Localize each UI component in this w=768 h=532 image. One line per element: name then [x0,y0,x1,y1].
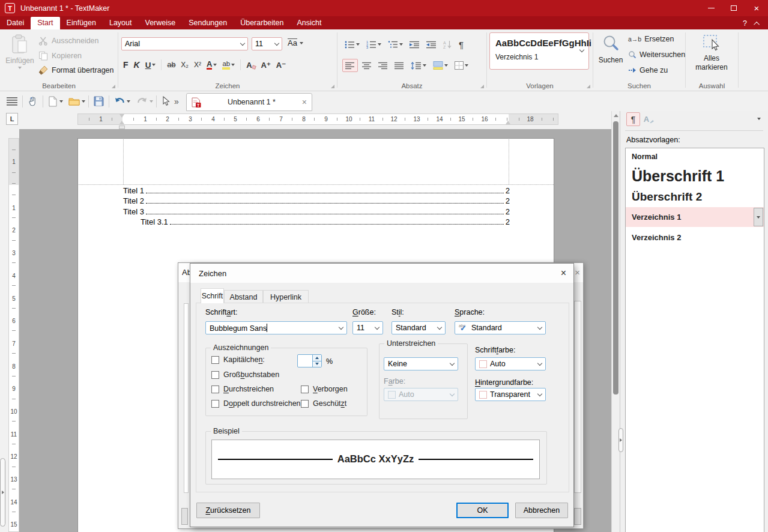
menu-tab-layout[interactable]: Layout [103,17,139,29]
groesse-combo[interactable]: 11 [352,321,383,334]
style-item-ueberschrift-1[interactable]: Überschrift 1 [626,165,764,189]
borders-button[interactable] [452,59,471,72]
bold-button[interactable]: F [121,58,131,71]
superscript-button[interactable]: X² [192,58,204,71]
dialog-zeichen[interactable]: Zeichen × Schrift Abstand Hyperlink Schr… [190,263,574,527]
clear-formatting-button[interactable]: A [244,58,258,71]
character-styles-tab[interactable]: A [642,112,656,126]
underline-button[interactable]: U [143,58,159,71]
align-center-button[interactable] [360,59,374,72]
minimize-button[interactable] [700,0,722,16]
paragraph-styles-tab[interactable]: ¶ [626,112,640,126]
document-tab[interactable]: T Unbenannt 1 * × [186,93,312,111]
increase-indent-button[interactable] [407,38,422,51]
style-item-verzeichnis-2[interactable]: Verzeichnis 2 [626,227,764,246]
kapitaelchen-percent-spinner[interactable] [297,354,322,367]
spin-up-icon[interactable] [313,355,321,361]
vertical-ruler[interactable]: 1 1 2 3 4 5 6 7 8 9 10 11 12 13 14 15 [8,138,19,532]
touch-mode-button[interactable] [26,96,40,106]
grow-font-button[interactable]: A⁺ [259,58,273,71]
save-button[interactable] [92,96,106,106]
close-button[interactable]: × [745,0,768,16]
cut-button[interactable]: Ausschneiden [38,36,99,46]
scrollbar-thumb[interactable] [613,121,618,394]
verborgen-checkbox[interactable]: Verborgen [301,385,348,393]
stil-combo[interactable]: Standard [392,321,446,334]
first-line-indent-marker[interactable] [119,114,124,118]
font-size-combo[interactable]: 11 [252,37,282,50]
hintergrundfarbe-combo[interactable]: Transparent [475,388,546,401]
font-name-combo[interactable]: Arial [121,37,248,50]
group-expander-icon[interactable] [480,85,484,88]
style-item-ueberschrift-2[interactable]: Überschrift 2 [626,189,764,207]
geschuetzt-checkbox[interactable]: Geschützt [301,399,346,408]
replace-button[interactable]: a→b Ersetzen [628,35,674,43]
strikethrough-button[interactable]: ab [165,58,178,71]
ok-button[interactable]: OK [456,503,509,518]
search-button[interactable]: Suchen [596,34,626,64]
table-of-contents[interactable]: Titel 1 2 Titel 2 2 Titel 3 2 Titel 3.1 … [123,184,510,226]
toc-row[interactable]: Titel 2 2 [123,195,510,206]
style-item-verzeichnis-1[interactable]: Verzeichnis 1 [626,207,764,227]
toc-row[interactable]: Titel 3.1 2 [123,216,510,227]
behind-dialog-close-icon[interactable]: × [575,267,580,277]
vertical-scrollbar[interactable] [611,111,620,532]
menu-tab-datei[interactable]: Datei [0,17,31,29]
open-button[interactable] [67,97,82,106]
maximize-button[interactable] [722,0,745,16]
scroll-up-icon[interactable] [614,114,618,117]
justify-button[interactable] [392,59,407,72]
help-button[interactable]: ? [743,19,747,28]
open-dropdown-icon[interactable] [82,100,85,103]
tab-abstand[interactable]: Abstand [224,290,263,303]
menu-tab-einfuegen[interactable]: Einfügen [60,17,103,29]
paste-button[interactable]: Einfügen [4,34,36,69]
tab-stop-selector[interactable]: L [6,113,18,125]
right-indent-marker[interactable] [506,121,510,124]
toc-row[interactable]: Titel 1 2 [123,184,510,195]
italic-button[interactable]: K [132,58,142,71]
grossbuchstaben-checkbox[interactable]: Großbuchstaben [211,370,279,379]
menu-tab-ueberarbeiten[interactable]: Überarbeiten [234,17,290,29]
menu-tab-ansicht[interactable]: Ansicht [290,17,328,29]
find-next-button[interactable]: Weitersuchen [628,50,685,59]
copy-button[interactable]: Kopieren [38,51,82,61]
select-all-button[interactable]: Alles markieren [691,34,733,72]
pilcrow-button[interactable]: ¶ [456,38,466,51]
menu-tab-verweise[interactable]: Verweise [138,17,182,29]
bullet-list-button[interactable] [342,38,362,51]
decrease-indent-button[interactable] [424,38,439,51]
left-panel-toggle[interactable] [0,458,5,527]
shading-button[interactable] [431,59,450,72]
durchstreichen-checkbox[interactable]: Durchstreichen [211,385,274,393]
group-expander-icon[interactable] [112,85,115,88]
subscript-button[interactable]: X₂ [178,58,191,71]
redo-button[interactable] [135,97,150,106]
format-painter-button[interactable]: Format übertragen [38,65,114,75]
new-document-dropdown-icon[interactable] [59,100,63,103]
spin-down-icon[interactable] [313,361,321,367]
toc-row[interactable]: Titel 3 2 [123,205,510,216]
doppelt-durchstreichen-checkbox[interactable]: Doppelt durchstreichen [211,399,301,408]
schriftfarbe-combo[interactable]: Auto [475,357,546,370]
font-color-button[interactable]: A [204,58,219,71]
toolbar-more-button[interactable]: » [174,97,179,106]
sprache-combo[interactable]: abc ✓ Standard [455,321,546,334]
redo-dropdown-icon[interactable] [150,100,153,103]
menu-tab-start[interactable]: Start [31,17,59,29]
line-spacing-button[interactable] [408,59,429,72]
schriftart-combo[interactable]: Bubblegum Sans [205,321,347,334]
style-item-dropdown-button[interactable] [754,208,763,226]
unterstreichen-combo[interactable]: Keine [384,357,458,370]
collapse-ribbon-icon[interactable] [754,21,760,27]
shrink-font-button[interactable]: A⁻ [274,58,288,71]
style-item-normal[interactable]: Normal [626,148,764,165]
cancel-button[interactable]: Abbrechen [515,503,568,518]
goto-button[interactable]: Gehe zu [628,66,668,74]
change-case-button[interactable]: Aa [288,38,303,47]
align-right-button[interactable] [376,59,390,72]
numbered-list-button[interactable]: 123 [364,38,384,51]
left-indent-marker[interactable] [119,121,124,124]
kapitaelchen-checkbox[interactable]: Kapitälchen: [211,355,265,364]
tab-hyperlink[interactable]: Hyperlink [263,290,309,303]
